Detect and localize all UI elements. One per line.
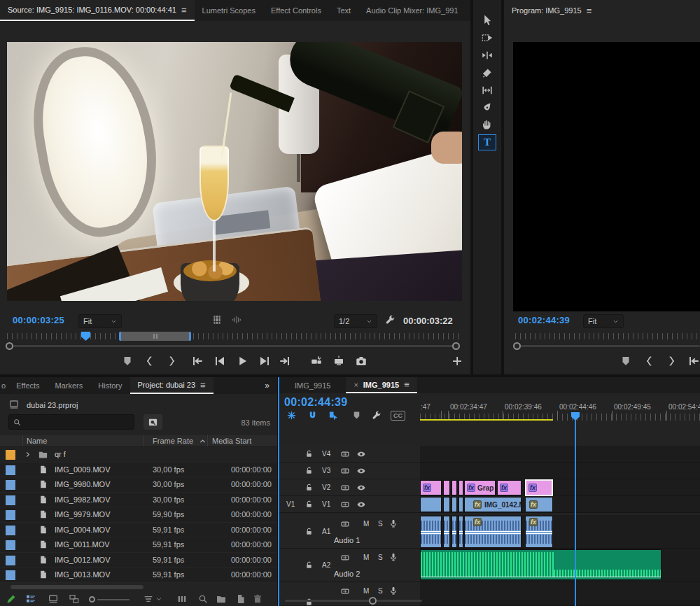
tab-program[interactable]: Program: IMG_9915 ≡: [504, 0, 599, 21]
source-zoom-select[interactable]: Fit: [78, 314, 122, 328]
source-timecode[interactable]: 00:00:03:25: [13, 315, 64, 325]
graphic-clip[interactable]: fx: [420, 480, 442, 495]
label-swatch-blue[interactable]: [6, 526, 15, 535]
table-row[interactable]: IMG_0013.MOV 59,91 fps 00:00:00:00: [0, 568, 277, 583]
icon-view-button[interactable]: [48, 593, 59, 605]
expand-chevron-icon[interactable]: [24, 451, 31, 458]
program-timecode[interactable]: 00:02:44:39: [518, 315, 570, 325]
source-scrollbar[interactable]: [8, 345, 459, 347]
tab-markers[interactable]: Markers: [48, 377, 91, 394]
voiceover-mic-icon[interactable]: [388, 519, 398, 528]
graphic-clip[interactable]: fx Grap: [464, 480, 496, 495]
graphic-clip[interactable]: fx: [497, 480, 522, 495]
sort-icons-button[interactable]: [143, 593, 154, 605]
go-to-in-button[interactable]: [191, 355, 204, 367]
program-zoom-select[interactable]: Fit: [583, 314, 624, 328]
mark-out-button[interactable]: [665, 355, 678, 367]
tab-sequence-active[interactable]: × IMG_9915 ≡: [346, 377, 416, 393]
step-forward-button[interactable]: [258, 355, 271, 367]
track-lane-v3[interactable]: [420, 463, 700, 479]
tab-project[interactable]: Project: dubai 23 ≡: [130, 377, 214, 394]
track-name[interactable]: V3: [322, 467, 330, 474]
table-row[interactable]: IMG_9980.MOV 30,00 fps 00:00:00:00: [0, 477, 277, 493]
track-label[interactable]: Audio 1: [334, 536, 360, 544]
pen-tool[interactable]: [481, 101, 493, 113]
close-icon[interactable]: ×: [354, 381, 358, 389]
column-name[interactable]: Name: [27, 437, 47, 445]
graphic-clip[interactable]: [451, 480, 457, 495]
table-row[interactable]: IMG_9982.MOV 30,00 fps 00:00:00:00: [0, 493, 277, 508]
solo-button[interactable]: S: [378, 587, 383, 595]
source-zoom-region[interactable]: [119, 332, 191, 341]
source-ruler[interactable]: [7, 333, 462, 339]
slip-tool[interactable]: [481, 84, 493, 97]
mark-in-button[interactable]: [144, 355, 156, 367]
go-to-out-button[interactable]: [279, 355, 291, 367]
table-row[interactable]: IMG_0012.MOV 59,91 fps 00:00:00:00: [0, 553, 277, 568]
audio-clip[interactable]: [443, 516, 450, 548]
timeline-timecode[interactable]: 00:02:44:39: [284, 396, 347, 409]
nest-toggle-icon[interactable]: [286, 410, 297, 421]
settings-wrench-icon[interactable]: [384, 314, 396, 325]
track-lock-icon[interactable]: [304, 449, 314, 458]
label-swatch-blue[interactable]: [6, 480, 15, 490]
label-swatch-blue[interactable]: [6, 570, 15, 580]
search-input[interactable]: [8, 414, 134, 430]
tab-text[interactable]: Text: [329, 0, 358, 21]
project-file-name[interactable]: dubai 23.prproj: [27, 401, 78, 409]
export-frame-button[interactable]: [355, 355, 368, 367]
sort-chevron-icon[interactable]: [155, 596, 162, 603]
track-visibility-eye-icon[interactable]: [356, 466, 366, 476]
tab-effects[interactable]: Effects: [8, 377, 47, 394]
sync-lock-icon[interactable]: [340, 483, 350, 493]
sync-lock-icon[interactable]: [340, 466, 350, 476]
voiceover-mic-icon[interactable]: [388, 586, 398, 596]
source-scroll-handle-right[interactable]: [452, 342, 460, 350]
zoom-slider-track[interactable]: [97, 599, 130, 600]
tab-lumetri-scopes[interactable]: Lumetri Scopes: [195, 0, 263, 21]
label-swatch-blue[interactable]: [6, 556, 15, 565]
panel-menu-icon[interactable]: ≡: [587, 6, 592, 16]
graphic-clip[interactable]: [443, 480, 450, 495]
timeline-ruler[interactable]: :47 00:02:34:47 00:02:39:46 00:02:44:46 …: [420, 397, 700, 421]
label-swatch-orange[interactable]: [6, 450, 15, 460]
source-patch-v1[interactable]: V1: [286, 500, 295, 508]
track-lock-icon[interactable]: [304, 466, 314, 475]
mute-button[interactable]: M: [363, 520, 369, 528]
search-bin-button[interactable]: [144, 414, 162, 430]
list-view-button[interactable]: [25, 593, 36, 605]
track-lane-v4[interactable]: [420, 446, 700, 463]
solo-button[interactable]: S: [378, 520, 383, 528]
new-item-button[interactable]: [235, 593, 246, 605]
project-hscrollbar[interactable]: [10, 585, 144, 589]
table-row[interactable]: IMG_9979.MOV 59,90 fps 00:00:00:00: [0, 507, 277, 523]
label-swatch-blue[interactable]: [6, 540, 15, 550]
program-video-frame[interactable]: [513, 42, 700, 311]
track-id[interactable]: A1: [322, 528, 330, 535]
overwrite-button[interactable]: [332, 355, 345, 367]
track-visibility-eye-icon[interactable]: [356, 500, 366, 509]
tab-effect-controls[interactable]: Effect Controls: [263, 0, 329, 21]
column-frame-rate[interactable]: Frame Rate: [153, 437, 193, 445]
table-row[interactable]: IMG_0011.MOV 59,91 fps 00:00:00:00: [0, 537, 277, 553]
add-marker-button[interactable]: [121, 355, 134, 367]
playback-resolution-select[interactable]: 1/2: [334, 314, 377, 328]
automate-to-sequence-button[interactable]: [176, 593, 188, 605]
track-lock-icon[interactable]: [304, 598, 314, 606]
video-clip[interactable]: fx IMG_0142.MOV: [464, 497, 522, 512]
program-ruler[interactable]: [515, 333, 700, 339]
delete-button[interactable]: [252, 593, 263, 605]
step-back-button[interactable]: [214, 355, 226, 367]
panel-menu-icon[interactable]: ≡: [181, 5, 187, 15]
audio-clip[interactable]: [420, 516, 442, 548]
settings-film-icon[interactable]: [211, 314, 223, 325]
tab-overflow-chevrons[interactable]: »: [466, 0, 470, 21]
snap-magnet-icon[interactable]: [307, 410, 318, 421]
video-clip[interactable]: fx: [525, 497, 553, 512]
track-select-tool[interactable]: [481, 31, 493, 44]
audio-clip[interactable]: fx: [525, 516, 553, 548]
razor-tool[interactable]: [481, 66, 493, 79]
volume-rubber-band[interactable]: [421, 577, 661, 578]
video-clip[interactable]: [420, 497, 442, 512]
timeline-scroll-handle[interactable]: [369, 597, 377, 605]
